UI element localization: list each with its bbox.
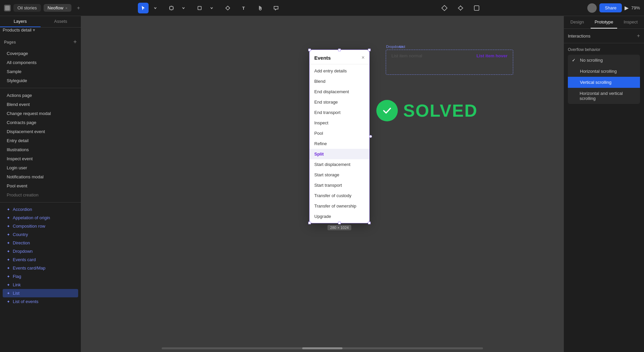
component-dropdown[interactable]: ✦ Dropdown	[3, 247, 78, 255]
tab-inspect[interactable]: Inspect	[617, 16, 644, 28]
list-item-end-storage[interactable]: End storage	[310, 97, 369, 107]
resize-handle-bl[interactable]	[308, 222, 311, 224]
interactions-label: Interactions	[568, 34, 590, 39]
resize-handle-tm[interactable]	[338, 49, 341, 51]
page-styleguide[interactable]: Styleguide	[3, 76, 78, 85]
pages-header: Pages +	[0, 35, 81, 49]
resize-handle-tl[interactable]	[308, 49, 311, 51]
canvas-scrollbar-thumb[interactable]	[302, 347, 342, 349]
list-item-refine[interactable]: Refine	[310, 138, 369, 149]
tab-prototype[interactable]: Prototype	[591, 16, 618, 28]
list-item-blend[interactable]: Blend	[310, 76, 369, 86]
component-link[interactable]: ✦ Link	[3, 281, 78, 289]
list-item-start-displacement[interactable]: Start displacement	[310, 159, 369, 170]
component-list[interactable]: ✦ List	[3, 289, 78, 297]
move-tool-button[interactable]	[138, 3, 149, 13]
shape-tool-dropdown[interactable]	[206, 3, 217, 13]
list-item-inspect[interactable]: Inspect	[310, 118, 369, 128]
page-login-user[interactable]: Login user	[3, 163, 78, 172]
close-tab-icon[interactable]: ×	[65, 6, 67, 10]
zoom-level[interactable]: 79%	[631, 5, 640, 10]
modal-close-button[interactable]: ×	[362, 55, 365, 61]
component-events-card-map[interactable]: ✦ Events card/Map	[3, 264, 78, 272]
tab-assets[interactable]: Assets	[41, 16, 81, 27]
topbar-right: Share ▶ 79%	[587, 3, 640, 13]
comment-tool-button[interactable]	[271, 3, 281, 13]
list-item-start-storage[interactable]: Start storage	[310, 170, 369, 180]
list-label: List	[399, 45, 405, 49]
list-item-split[interactable]: Split	[310, 149, 369, 159]
overflow-behavior-title: Overflow behavior	[568, 47, 640, 52]
resize-handle-br[interactable]	[368, 222, 371, 224]
list-item-end-transport[interactable]: End transport	[310, 107, 369, 118]
page-sample[interactable]: Sample	[3, 67, 78, 76]
component-accordion[interactable]: ✦ Accordion	[3, 205, 78, 214]
component-tool-button[interactable]	[439, 3, 450, 13]
page-illustrations[interactable]: Illustrations	[3, 145, 78, 154]
canvas[interactable]: Dropdown List List item normal List item…	[81, 16, 564, 352]
list-item-end-displacement[interactable]: End displacement	[310, 86, 369, 97]
resize-handle-tr[interactable]	[368, 49, 371, 51]
resize-handle-bm[interactable]	[338, 222, 341, 224]
component-country[interactable]: ✦ Country	[3, 230, 78, 239]
hand-tool-button[interactable]	[255, 3, 265, 13]
component-list-of-events[interactable]: ✦ List of events	[3, 297, 78, 306]
component-icon: ✦	[7, 249, 10, 254]
add-tab-button[interactable]: +	[74, 5, 83, 11]
page-all-components[interactable]: All components	[3, 58, 78, 67]
component-appelation[interactable]: ✦ Appelation of origin	[3, 214, 78, 222]
svg-point-8	[459, 6, 462, 10]
list-item-add-entry[interactable]: Add entry details	[310, 66, 369, 76]
move-tool-dropdown[interactable]	[150, 3, 161, 13]
canvas-scrollbar[interactable]	[162, 347, 483, 349]
page-pool-event[interactable]: Pool event	[3, 181, 78, 190]
list-item-transfer-ownership[interactable]: Transfer of ownership	[310, 201, 369, 211]
page-entry-detail[interactable]: Entry detail	[3, 136, 78, 145]
page-list: Coverpage All components Sample Stylegui…	[0, 49, 81, 85]
component-icon: ✦	[7, 224, 10, 229]
page-change-request-modal[interactable]: Change request modal	[3, 109, 78, 118]
add-page-button[interactable]: +	[73, 39, 77, 46]
list-item-upgrade[interactable]: Upgrade	[310, 211, 369, 222]
page-contracts-page[interactable]: Contracts page	[3, 118, 78, 127]
play-button[interactable]: ▶	[625, 5, 629, 11]
resize-handle-right[interactable]	[369, 135, 372, 138]
share-button[interactable]: Share	[599, 3, 622, 12]
tab-neoflow[interactable]: Neoflow ×	[44, 4, 71, 12]
text-tool-button[interactable]: T	[238, 3, 249, 13]
overflow-horizontal-vertical-scrolling[interactable]: Horizontal and vertical scrolling	[568, 88, 640, 104]
user-avatar[interactable]	[587, 3, 597, 13]
page-notifications-modal[interactable]: Notifications modal	[3, 172, 78, 181]
overflow-no-scrolling[interactable]: ✓ No scrolling	[568, 55, 640, 66]
page-coverpage[interactable]: Coverpage	[3, 49, 78, 58]
page-blend-event[interactable]: Blend event	[3, 100, 78, 109]
frame-tool-dropdown[interactable]	[178, 3, 189, 13]
tab-layers[interactable]: Layers	[0, 16, 41, 27]
tab-oil-stories[interactable]: Oil stories	[13, 4, 41, 12]
pen-tool-button[interactable]	[222, 3, 233, 13]
topbar: Oil stories Neoflow × +	[0, 0, 644, 16]
shape-tool-button[interactable]	[194, 3, 205, 13]
component-direction[interactable]: ✦ Direction	[3, 239, 78, 247]
component-flag[interactable]: ✦ Flag	[3, 272, 78, 281]
add-interaction-button[interactable]: +	[637, 33, 640, 39]
frame-tool-button[interactable]	[166, 3, 177, 13]
list-item-pool[interactable]: Pool	[310, 128, 369, 138]
page-actions-page[interactable]: Actions page	[3, 91, 78, 100]
preview-mode-button[interactable]	[471, 3, 482, 13]
list-item-transfer-custody[interactable]: Transfer of custody	[310, 190, 369, 201]
right-panel: Design Prototype Inspect Interactions + …	[564, 16, 644, 352]
component-events-card[interactable]: ✦ Events card	[3, 255, 78, 264]
page-product-creation[interactable]: Product creation	[3, 190, 78, 199]
page-displacement-event[interactable]: Displacement event	[3, 127, 78, 136]
overflow-horizontal-scrolling[interactable]: Horizontal scrolling	[568, 66, 640, 77]
list-item-start-transport[interactable]: Start transport	[310, 180, 369, 190]
component-composition-row[interactable]: ✦ Composition row	[3, 222, 78, 230]
svg-rect-0	[5, 6, 10, 10]
page-inspect-event[interactable]: Inspect event	[3, 154, 78, 163]
tab-design[interactable]: Design	[564, 16, 591, 28]
theme-toggle-button[interactable]	[455, 3, 466, 13]
divider-2	[0, 202, 81, 202]
component-icon: ✦	[7, 299, 10, 304]
overflow-vertical-scrolling[interactable]: Vertical scrolling	[568, 77, 640, 88]
